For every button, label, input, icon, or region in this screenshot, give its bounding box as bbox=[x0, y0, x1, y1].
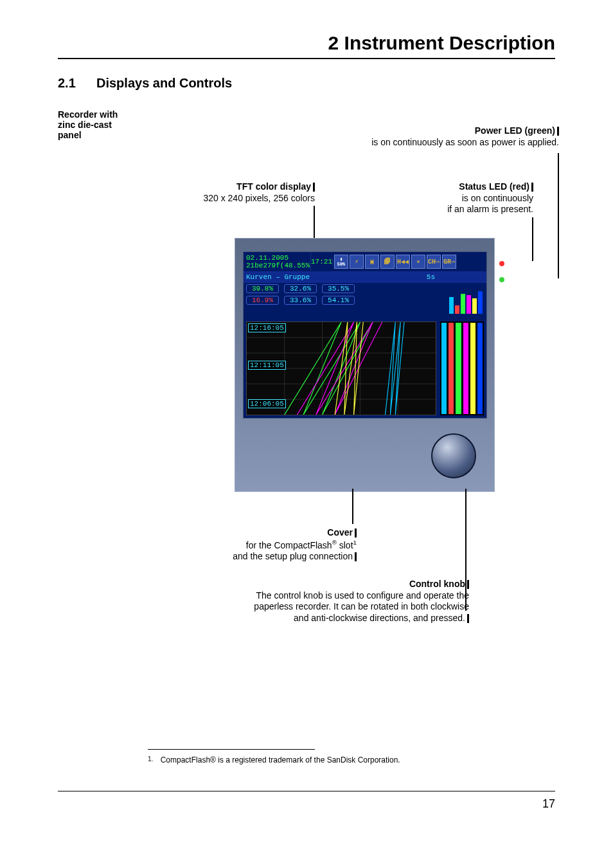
section-title: 2.1Displays and Controls bbox=[58, 76, 555, 91]
screen-date: 02.11.2005 21be279f(48.55% bbox=[244, 253, 311, 271]
footnote-number: 1. bbox=[148, 755, 153, 763]
control-knob[interactable] bbox=[431, 433, 476, 478]
section-title-text: Displays and Controls bbox=[96, 76, 232, 90]
chart-time-label: 12:06:05 bbox=[248, 399, 286, 408]
page-rule bbox=[58, 791, 555, 791]
tft-desc: 320 x 240 pixels, 256 colors bbox=[203, 193, 315, 203]
toolbar-icon: ▣ bbox=[365, 255, 379, 269]
trend-chart: 12:16:05 12:11:05 12:06:05 bbox=[246, 321, 436, 415]
page-number: 17 bbox=[542, 797, 555, 811]
toolbar-icon: ⚡ bbox=[350, 255, 364, 269]
callout-control-knob: Control knob The control knob is used to… bbox=[206, 579, 469, 624]
power-led-title: Power LED (green) bbox=[475, 125, 555, 136]
power-led-desc: is on continuously as soon as power is a… bbox=[371, 137, 559, 147]
screen-time: 17:21 bbox=[311, 258, 333, 266]
channel-value: 32.6% bbox=[284, 284, 317, 293]
mini-bars bbox=[449, 285, 483, 314]
toolbar-icon: 🗐 bbox=[380, 255, 395, 269]
diagram-area: Power LED (green) is on continuously as … bbox=[148, 109, 559, 649]
toolbar-icon: ✶ bbox=[411, 255, 425, 269]
footnote-rule bbox=[148, 749, 315, 750]
device-screen: 02.11.2005 21be279f(48.55% 17:21 ▮50% ⚡ … bbox=[243, 251, 487, 419]
footnote: 1. CompactFlash® is a registered tradema… bbox=[148, 755, 400, 764]
channel-value: 16.9% bbox=[246, 296, 279, 305]
channel-value: 33.6% bbox=[284, 296, 317, 305]
status-led-desc2: if an alarm is present. bbox=[447, 204, 533, 214]
callout-tft: TFT color display 320 x 240 pixels, 256 … bbox=[173, 181, 315, 204]
status-led-title: Status LED (red) bbox=[459, 181, 529, 192]
status-led-indicator bbox=[499, 261, 504, 266]
channel-value: 54.1% bbox=[322, 296, 355, 305]
side-bargraph bbox=[440, 321, 484, 415]
channel-value: 39.8% bbox=[246, 284, 279, 293]
knob-desc: The control knob is used to configure an… bbox=[254, 590, 469, 623]
chart-time-label: 12:16:05 bbox=[248, 323, 286, 332]
cover-title: Cover bbox=[327, 527, 353, 538]
callout-cover: Cover for the CompactFlash® slot1 and th… bbox=[167, 527, 357, 562]
section-number: 2.1 bbox=[58, 76, 96, 91]
channel-value: 35.5% bbox=[322, 284, 355, 293]
screen-toolbar: ▮50% ⚡ ▣ 🗐 H◀◀ ✶ CH⇨ GR⇨ bbox=[333, 255, 486, 269]
footnote-text: CompactFlash® is a registered trademark … bbox=[161, 755, 400, 764]
tft-title: TFT color display bbox=[236, 181, 311, 192]
battery-icon: ▮50% bbox=[334, 255, 348, 269]
margin-label: Recorder with zinc die-cast panel bbox=[58, 109, 141, 140]
chart-time-label: 12:11:05 bbox=[248, 361, 286, 370]
toolbar-icon: H◀◀ bbox=[396, 255, 410, 269]
callout-power-led: Power LED (green) is on continuously as … bbox=[302, 125, 559, 148]
power-led-indicator bbox=[499, 277, 504, 282]
cover-desc1-pre: for the CompactFlash bbox=[246, 539, 332, 550]
callout-status-led: Status LED (red) is on continuously if a… bbox=[392, 181, 533, 215]
toolbar-icon: CH⇨ bbox=[427, 255, 441, 269]
cover-desc2: and the setup plug connection bbox=[233, 551, 353, 561]
knob-title: Control knob bbox=[409, 579, 465, 589]
screen-statusbar: 02.11.2005 21be279f(48.55% 17:21 ▮50% ⚡ … bbox=[244, 252, 486, 271]
status-led-desc1: is on continuously bbox=[462, 193, 533, 203]
screen-subbar: Kurven – Gruppe 5s bbox=[244, 271, 486, 283]
cover-desc1-post: slot bbox=[337, 539, 353, 550]
chapter-title: 2 Instrument Description bbox=[58, 32, 555, 59]
recorder-device: 02.11.2005 21be279f(48.55% 17:21 ▮50% ⚡ … bbox=[235, 238, 495, 492]
toolbar-icon: GR⇨ bbox=[442, 255, 456, 269]
